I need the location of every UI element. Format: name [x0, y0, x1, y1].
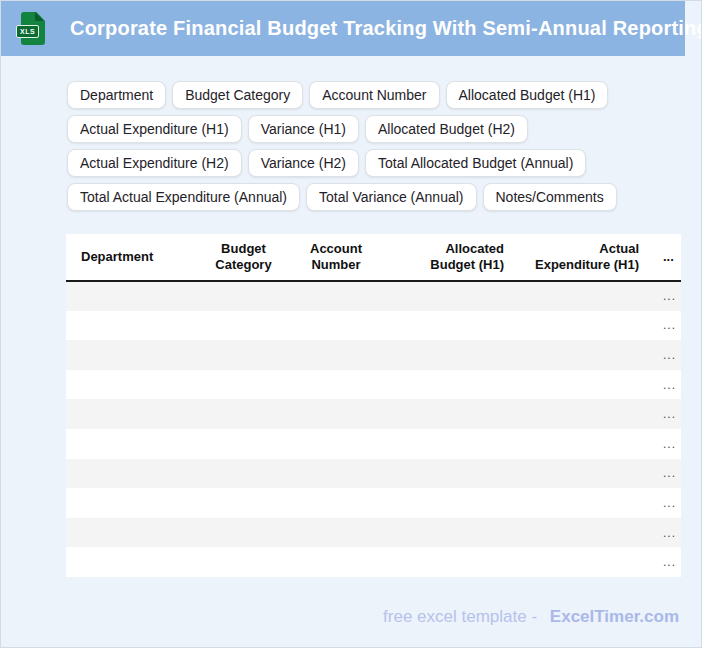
column-chip[interactable]: Actual Expenditure (H2) [67, 149, 242, 177]
empty-cell [286, 488, 386, 518]
row-overflow-cell: ... [651, 399, 681, 429]
empty-cell [66, 340, 201, 370]
column-chip[interactable]: Allocated Budget (H2) [365, 115, 528, 143]
empty-cell [386, 459, 516, 489]
column-header: Account Number [286, 234, 386, 281]
row-overflow-cell: ... [651, 340, 681, 370]
empty-cell [516, 399, 651, 429]
empty-cell [66, 547, 201, 577]
empty-cell [516, 488, 651, 518]
empty-cell [286, 518, 386, 548]
empty-cell [516, 340, 651, 370]
page-title: Corporate Financial Budget Tracking With… [70, 17, 702, 40]
empty-cell [386, 281, 516, 311]
empty-cell [201, 518, 286, 548]
column-chip[interactable]: Account Number [309, 81, 439, 109]
empty-cell [66, 399, 201, 429]
template-preview-table: DepartmentBudget CategoryAccount NumberA… [66, 234, 681, 577]
column-chip[interactable]: Total Variance (Annual) [306, 183, 476, 211]
empty-cell [66, 518, 201, 548]
table-body: .............................. [66, 281, 681, 577]
table-row: ... [66, 547, 681, 577]
column-header: Department [66, 234, 201, 281]
column-chip[interactable]: Total Actual Expenditure (Annual) [67, 183, 300, 211]
column-chip[interactable]: Notes/Comments [483, 183, 617, 211]
row-overflow-cell: ... [651, 459, 681, 489]
row-overflow-cell: ... [651, 370, 681, 400]
column-chip[interactable]: Variance (H1) [248, 115, 359, 143]
empty-cell [201, 281, 286, 311]
column-header: Actual Expenditure (H1) [516, 234, 651, 281]
column-chip[interactable]: Department [67, 81, 166, 109]
empty-cell [386, 311, 516, 341]
row-overflow-cell: ... [651, 281, 681, 311]
empty-cell [386, 429, 516, 459]
column-header: ... [651, 234, 681, 281]
empty-cell [66, 429, 201, 459]
table-row: ... [66, 429, 681, 459]
empty-cell [201, 399, 286, 429]
empty-cell [386, 518, 516, 548]
empty-cell [286, 547, 386, 577]
empty-cell [66, 459, 201, 489]
empty-cell [66, 281, 201, 311]
empty-cell [386, 399, 516, 429]
column-header: Budget Category [201, 234, 286, 281]
empty-cell [286, 311, 386, 341]
table-row: ... [66, 281, 681, 311]
column-chip[interactable]: Budget Category [172, 81, 303, 109]
empty-cell [286, 281, 386, 311]
table-header-row: DepartmentBudget CategoryAccount NumberA… [66, 234, 681, 281]
row-overflow-cell: ... [651, 518, 681, 548]
empty-cell [66, 488, 201, 518]
empty-cell [386, 370, 516, 400]
empty-cell [516, 429, 651, 459]
xls-file-icon: XLS [21, 12, 45, 45]
table-row: ... [66, 340, 681, 370]
column-chip[interactable]: Variance (H2) [248, 149, 359, 177]
empty-cell [516, 281, 651, 311]
empty-cell [516, 311, 651, 341]
row-overflow-cell: ... [651, 311, 681, 341]
empty-cell [286, 459, 386, 489]
table-row: ... [66, 488, 681, 518]
column-header: Allocated Budget (H1) [386, 234, 516, 281]
row-overflow-cell: ... [651, 488, 681, 518]
empty-cell [286, 340, 386, 370]
empty-cell [201, 370, 286, 400]
footer-tagline: free excel template - [383, 607, 537, 626]
empty-cell [516, 547, 651, 577]
empty-cell [201, 459, 286, 489]
template-preview-page: { "page": { "background": "#edf3fb", "bo… [0, 0, 702, 648]
empty-cell [386, 340, 516, 370]
empty-cell [516, 370, 651, 400]
table-row: ... [66, 518, 681, 548]
table-row: ... [66, 311, 681, 341]
empty-cell [386, 488, 516, 518]
xls-badge-label: XLS [16, 25, 39, 38]
empty-cell [386, 547, 516, 577]
footer-brand-link[interactable]: ExcelTimer.com [550, 607, 679, 626]
empty-cell [516, 518, 651, 548]
column-chip[interactable]: Actual Expenditure (H1) [67, 115, 242, 143]
table-row: ... [66, 370, 681, 400]
empty-cell [286, 370, 386, 400]
header-bar: XLS Corporate Financial Budget Tracking … [1, 1, 685, 56]
empty-cell [201, 429, 286, 459]
empty-cell [66, 311, 201, 341]
empty-cell [201, 311, 286, 341]
empty-cell [286, 429, 386, 459]
empty-cell [66, 370, 201, 400]
column-chip[interactable]: Allocated Budget (H1) [446, 81, 609, 109]
empty-cell [201, 488, 286, 518]
column-chip-list: DepartmentBudget CategoryAccount NumberA… [67, 81, 687, 211]
row-overflow-cell: ... [651, 429, 681, 459]
empty-cell [201, 547, 286, 577]
table-row: ... [66, 399, 681, 429]
empty-cell [516, 459, 651, 489]
column-chip[interactable]: Total Allocated Budget (Annual) [365, 149, 586, 177]
empty-cell [286, 399, 386, 429]
empty-cell [201, 340, 286, 370]
footer: free excel template - ExcelTimer.com [1, 607, 679, 627]
table-row: ... [66, 459, 681, 489]
